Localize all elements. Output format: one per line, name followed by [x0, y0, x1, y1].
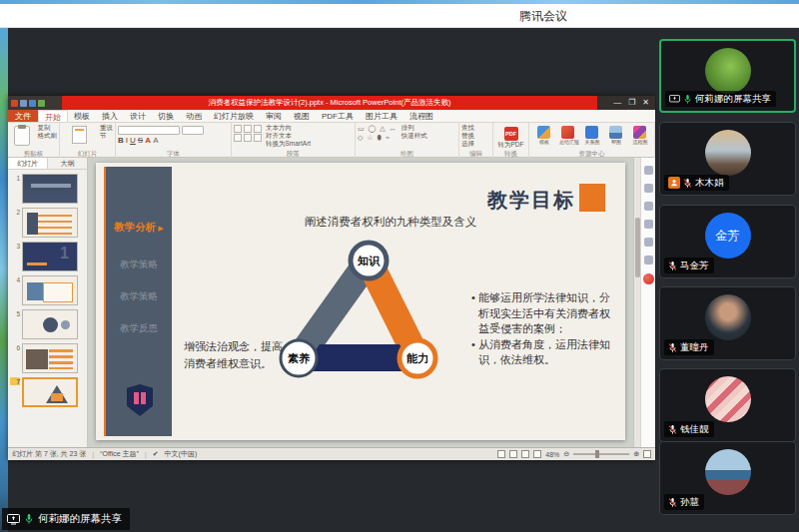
language-text[interactable]: 中文(中国)	[165, 449, 198, 459]
ribbon-tab[interactable]: 模板	[68, 110, 96, 122]
current-slide[interactable]: 教学分析 教学策略 教学策略 教学反思 教学目标 阐述消费者权利的九种类型及含义	[96, 163, 625, 440]
new-slide-button[interactable]	[72, 126, 87, 144]
align-text-button[interactable]: 对齐文本	[266, 132, 311, 140]
underline-button[interactable]: U	[130, 136, 136, 145]
normal-view-button[interactable]	[497, 450, 505, 458]
select-button[interactable]: 选择	[461, 140, 490, 148]
convert-pdf-button[interactable]: 转为PDF	[495, 141, 526, 149]
participant-tile[interactable]: 金芳 马金芳	[659, 205, 796, 278]
participants-sidebar: 何莉娜的屏幕共享 木木娟	[656, 28, 799, 532]
shapes-gallery[interactable]: ▭ ◯ △ ↔◇ ☆ ⬮ ⌁	[358, 124, 398, 142]
strikethrough-button[interactable]: S	[138, 136, 143, 145]
copy-button[interactable]: 复制	[38, 124, 58, 132]
resource-more-icon[interactable]	[644, 256, 653, 265]
mic-on-icon	[24, 513, 34, 525]
ribbon-tab[interactable]: 流程图	[403, 110, 439, 122]
align-center-button[interactable]	[244, 134, 252, 142]
ribbon-tab[interactable]: 切换	[152, 110, 180, 122]
font-size-select[interactable]	[182, 126, 204, 135]
font-name-select[interactable]	[118, 126, 180, 135]
ribbon-group-clipboard: 复制 格式刷 剪贴板	[8, 123, 60, 158]
numbering-button[interactable]	[244, 125, 252, 133]
file-tab[interactable]: 文件	[8, 110, 38, 122]
slide-thumbnail[interactable]: 6	[10, 343, 85, 373]
participant-tile[interactable]: 木木娟	[659, 122, 796, 196]
participant-tile[interactable]: 董曈丹	[659, 286, 796, 360]
ribbon-group-slides: 重设 节 幻灯片	[60, 123, 116, 158]
minimize-button[interactable]: —	[613, 96, 621, 110]
italic-button[interactable]: I	[126, 136, 128, 145]
bold-button[interactable]: B	[118, 136, 124, 145]
restore-button[interactable]: ❐	[628, 96, 635, 110]
ribbon-tab-home[interactable]: 开始	[38, 110, 68, 122]
section-button[interactable]: 节	[100, 132, 113, 140]
text-direction-button[interactable]: 文本方向	[266, 124, 311, 132]
slide-sorter-button[interactable]	[509, 450, 517, 458]
outline-tab[interactable]: 大纲	[48, 158, 87, 169]
slide-thumbnail-current[interactable]: 7	[10, 377, 85, 407]
close-button[interactable]: ✕	[642, 96, 649, 110]
format-painter-button[interactable]: 格式刷	[38, 132, 58, 140]
reading-view-button[interactable]	[521, 450, 529, 458]
resource-diagram-icon[interactable]	[644, 220, 653, 229]
slide-thumbnail[interactable]: 5	[10, 309, 85, 339]
zoom-out-button[interactable]: ⊖	[563, 450, 569, 458]
ribbon-tab-row: 文件 开始 模板 插入 设计 切换 动画 幻灯片放映 审阅 视图 PDF工具 图…	[8, 110, 655, 123]
resource-picture-icon[interactable]	[644, 202, 653, 211]
ribbon-tab[interactable]: PDF工具	[316, 110, 360, 122]
red-envelope-icon[interactable]	[643, 273, 654, 284]
align-left-button[interactable]	[234, 134, 242, 142]
undo-icon[interactable]	[29, 100, 36, 107]
slide-thumbnail[interactable]: 3	[10, 242, 85, 271]
addon-button[interactable]: 流程图	[630, 126, 650, 146]
zoom-in-button[interactable]: ⊕	[633, 450, 639, 458]
participant-tile[interactable]: 钱佳靓	[659, 368, 796, 442]
participant-tile[interactable]: 孙慧	[659, 441, 796, 515]
quick-styles-button[interactable]: 快速样式	[401, 132, 427, 140]
resource-chart-icon[interactable]	[644, 184, 653, 193]
resource-template-icon[interactable]	[644, 166, 653, 175]
find-button[interactable]: 查找	[461, 124, 490, 132]
avatar-initials: 金芳	[716, 228, 740, 245]
addon-button[interactable]: 总结汇报	[558, 126, 578, 146]
grow-font-button[interactable]: A	[153, 136, 159, 145]
smartart-button[interactable]: 转换为SmartArt	[266, 140, 311, 148]
ribbon-tab[interactable]: 设计	[124, 110, 152, 122]
fit-to-window-button[interactable]	[643, 450, 651, 458]
bullets-button[interactable]	[234, 125, 242, 133]
participant-tile[interactable]: 何莉娜的屏幕共享	[659, 39, 796, 113]
slide-thumbnail[interactable]: 1	[10, 174, 85, 204]
slideshow-button[interactable]	[533, 450, 541, 458]
slide-thumbnail-panel: 幻灯片 大纲 1 2 3 4	[8, 158, 88, 447]
addon-button[interactable]: 关系图	[582, 126, 602, 146]
quick-access-toolbar[interactable]	[8, 96, 62, 110]
resource-animation-icon[interactable]	[644, 238, 653, 247]
save-icon[interactable]	[20, 100, 27, 107]
group-label: 段落	[232, 150, 355, 158]
paste-button[interactable]	[14, 126, 30, 146]
slides-tab[interactable]: 幻灯片	[8, 158, 48, 169]
slide-thumbnail[interactable]: 4	[10, 275, 85, 305]
vertical-scrollbar[interactable]	[633, 158, 640, 447]
ppt-work-area: 幻灯片 大纲 1 2 3 4	[8, 158, 655, 447]
ribbon-tab[interactable]: 动画	[180, 110, 208, 122]
ribbon-tab[interactable]: 视图	[288, 110, 316, 122]
reset-button[interactable]: 重设	[100, 124, 113, 132]
font-color-button[interactable]: A	[145, 136, 151, 145]
ribbon-tab[interactable]: 图片工具	[360, 110, 403, 122]
slide-thumbnail[interactable]: 2	[10, 208, 85, 238]
replace-button[interactable]: 替换	[461, 132, 490, 140]
redo-icon[interactable]	[38, 100, 45, 107]
ribbon-tab[interactable]: 插入	[96, 110, 124, 122]
indent-button[interactable]	[254, 125, 262, 133]
spellcheck-icon: ✔	[153, 450, 159, 458]
arrange-button[interactable]: 排列	[401, 124, 427, 132]
ribbon-tab[interactable]: 幻灯片放映	[208, 110, 260, 122]
avatar	[705, 376, 751, 422]
zoom-slider[interactable]	[573, 453, 629, 455]
addon-button[interactable]: 模板	[534, 126, 554, 146]
addon-button[interactable]: 帮图	[606, 126, 626, 146]
mic-muted-icon	[668, 261, 677, 271]
ribbon-tab[interactable]: 审阅	[260, 110, 288, 122]
align-right-button[interactable]	[254, 134, 262, 142]
